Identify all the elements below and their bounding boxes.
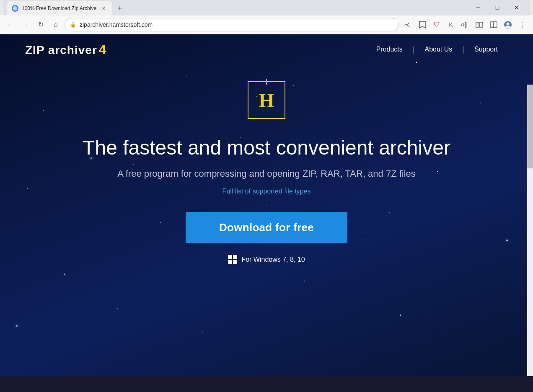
site-logo: ZIP archiver4	[25, 42, 107, 57]
extension1-button[interactable]: 🛡	[430, 18, 443, 31]
tab-close-button[interactable]: ✕	[100, 5, 107, 12]
svg-point-5	[507, 22, 510, 25]
website-content: ZIP archiver4 Products | About Us | Supp…	[0, 34, 533, 376]
download-button[interactable]: Download for free	[186, 212, 347, 243]
extensions-button[interactable]	[458, 18, 472, 31]
lock-icon: 🔒	[70, 22, 76, 28]
nav-products[interactable]: Products	[366, 46, 413, 53]
hero-subtitle: A free program for compressing and openi…	[117, 168, 416, 179]
logo-h-letter: H	[259, 89, 274, 112]
nav-about[interactable]: About Us	[414, 46, 462, 53]
menu-button[interactable]: ⋮	[515, 18, 529, 31]
tab-title: 100% Free Download Zip Archive	[22, 5, 96, 11]
back-button[interactable]: ←	[4, 18, 17, 31]
extension2-button[interactable]: K	[444, 18, 458, 31]
logo-accent: 4	[99, 42, 107, 57]
minimize-button[interactable]: –	[468, 1, 488, 14]
hamster-logo: H	[248, 81, 285, 119]
browser-toolbar: ← → ↻ ⌂ 🔒 ziparchiver.hamstersoft.com 🛡 …	[0, 15, 533, 34]
bookmark-button[interactable]	[416, 18, 429, 31]
active-tab[interactable]: 100% Free Download Zip Archive ✕	[7, 1, 112, 15]
svg-rect-1	[462, 24, 464, 26]
title-bar: 100% Free Download Zip Archive ✕ + – □ ✕	[0, 0, 533, 15]
profile-button[interactable]	[501, 18, 515, 31]
close-button[interactable]: ✕	[507, 1, 526, 14]
site-navigation: ZIP archiver4 Products | About Us | Supp…	[0, 34, 533, 64]
reader-mode-button[interactable]	[473, 18, 486, 31]
maximize-button[interactable]: □	[488, 1, 507, 14]
svg-point-0	[13, 6, 17, 10]
hero-section: H The fastest and most convenient archiv…	[0, 64, 533, 264]
split-screen-button[interactable]	[487, 18, 500, 31]
address-bar[interactable]: 🔒 ziparchiver.hamstersoft.com	[65, 18, 399, 31]
share-button[interactable]	[401, 18, 415, 31]
windows-badge: For Windows 7, 8, 10	[228, 255, 305, 264]
logo-text: ZIP archiver	[25, 44, 97, 57]
tab-favicon	[12, 5, 18, 12]
toolbar-actions: 🛡 K ⋮	[401, 18, 529, 31]
nav-links: Products | About Us | Support	[366, 45, 508, 54]
windows-label: For Windows 7, 8, 10	[241, 256, 305, 263]
new-tab-button[interactable]: +	[114, 3, 126, 14]
home-button[interactable]: ⌂	[49, 18, 62, 31]
supported-files-link[interactable]: Full list of supported file types	[223, 188, 311, 195]
nav-support[interactable]: Support	[464, 46, 508, 53]
hero-title: The fastest and most convenient archiver	[83, 136, 450, 160]
url-text: ziparchiver.hamstersoft.com	[80, 21, 393, 28]
reload-button[interactable]: ↻	[34, 18, 47, 31]
windows-icon	[228, 255, 237, 264]
forward-button[interactable]: →	[19, 18, 32, 31]
